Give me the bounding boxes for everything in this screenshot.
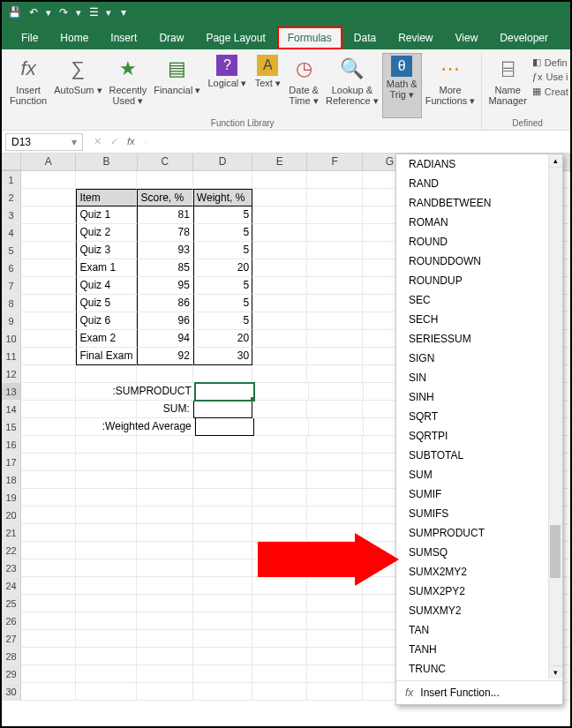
menu-item-trunc[interactable]: TRUNC <box>396 659 562 679</box>
cell-A22[interactable] <box>21 542 76 559</box>
cell-B25[interactable] <box>76 595 137 612</box>
cell-A16[interactable] <box>21 436 76 454</box>
cell-C13[interactable]: SUMPRODUCT: <box>137 383 195 401</box>
cell-F10[interactable] <box>307 330 362 348</box>
undo-icon[interactable]: ↶ <box>26 5 41 19</box>
menu-item-sinh[interactable]: SINH <box>396 387 562 407</box>
cell-C14[interactable]: SUM: <box>137 401 192 418</box>
cell-F30[interactable] <box>307 683 362 701</box>
cell-A19[interactable] <box>21 489 76 507</box>
col-header-B[interactable]: B <box>76 154 137 170</box>
menu-item-seriessum[interactable]: SERIESSUM <box>396 329 562 349</box>
cell-E4[interactable] <box>252 224 307 242</box>
cell-F27[interactable] <box>307 630 362 648</box>
cell-E29[interactable] <box>252 665 307 683</box>
row-header-18[interactable]: 18 <box>2 471 21 489</box>
cell-A6[interactable] <box>21 259 76 277</box>
cell-A27[interactable] <box>21 630 76 648</box>
cell-B21[interactable] <box>76 524 137 542</box>
cell-B29[interactable] <box>76 665 137 683</box>
cell-C29[interactable] <box>137 665 192 683</box>
cell-B30[interactable] <box>76 683 137 701</box>
tab-insert[interactable]: Insert <box>100 26 147 49</box>
cell-D6[interactable]: 20 <box>193 259 252 277</box>
menu-item-rand[interactable]: RAND <box>396 174 562 193</box>
cell-B1[interactable] <box>76 171 137 189</box>
cell-E3[interactable] <box>252 206 307 224</box>
cell-D2[interactable]: Weight, % <box>193 189 252 206</box>
cell-A26[interactable] <box>21 612 76 630</box>
cell-C23[interactable] <box>137 559 192 577</box>
cell-F13[interactable] <box>309 383 364 401</box>
menu-item-roundup[interactable]: ROUNDUP <box>396 271 562 290</box>
tab-page-layout[interactable]: Page Layout <box>195 26 275 49</box>
cell-E8[interactable] <box>252 295 307 312</box>
cell-F3[interactable] <box>307 206 362 224</box>
cell-B23[interactable] <box>76 559 137 577</box>
cell-C27[interactable] <box>137 630 192 648</box>
tab-home[interactable]: Home <box>49 26 99 49</box>
cell-A20[interactable] <box>21 507 76 524</box>
cell-D25[interactable] <box>193 595 252 612</box>
cell-F11[interactable] <box>307 348 362 365</box>
cell-E27[interactable] <box>252 630 307 648</box>
tab-view[interactable]: View <box>445 26 489 49</box>
cell-D8[interactable]: 5 <box>193 295 252 312</box>
cell-E22[interactable] <box>252 542 307 559</box>
cell-C6[interactable]: 85 <box>137 259 192 277</box>
row-header-17[interactable]: 17 <box>2 454 21 471</box>
cell-E9[interactable] <box>252 312 307 330</box>
cell-F20[interactable] <box>307 507 362 524</box>
enter-icon[interactable]: ✓ <box>110 136 118 147</box>
row-header-28[interactable]: 28 <box>2 648 21 665</box>
cell-E7[interactable] <box>252 277 307 295</box>
menu-item-sin[interactable]: SIN <box>396 368 562 387</box>
cell-D4[interactable]: 5 <box>193 224 252 242</box>
menu-item-radians[interactable]: RADIANS <box>396 154 562 174</box>
cell-D27[interactable] <box>193 630 252 648</box>
row-header-10[interactable]: 10 <box>2 330 21 348</box>
menu-item-subtotal[interactable]: SUBTOTAL <box>396 446 562 465</box>
row-header-13[interactable]: 13 <box>2 383 21 401</box>
menu-item-sumifs[interactable]: SUMIFS <box>396 504 562 523</box>
cell-D17[interactable] <box>193 454 252 471</box>
cell-D1[interactable] <box>193 171 252 189</box>
cell-E26[interactable] <box>252 612 307 630</box>
cell-C8[interactable]: 86 <box>137 295 192 312</box>
cell-E16[interactable] <box>252 436 307 454</box>
cell-F8[interactable] <box>307 295 362 312</box>
cell-D5[interactable]: 5 <box>193 242 252 259</box>
row-header-21[interactable]: 21 <box>2 524 21 542</box>
cell-E15[interactable] <box>254 418 309 436</box>
row-header-30[interactable]: 30 <box>2 683 21 701</box>
cell-C7[interactable]: 95 <box>137 277 192 295</box>
cell-D24[interactable] <box>193 577 252 595</box>
cell-E19[interactable] <box>252 489 307 507</box>
cell-E1[interactable] <box>252 171 307 189</box>
tab-developer[interactable]: Developer <box>489 26 559 49</box>
cell-D28[interactable] <box>193 648 252 665</box>
cell-C19[interactable] <box>137 489 192 507</box>
cell-A8[interactable] <box>21 295 76 312</box>
date-time-button[interactable]: ◷ Date & Time ▾ <box>285 53 322 118</box>
cell-F9[interactable] <box>307 312 362 330</box>
cell-F7[interactable] <box>307 277 362 295</box>
financial-button[interactable]: ▤ Financial ▾ <box>150 53 204 118</box>
tab-formulas[interactable]: Formulas <box>277 26 342 49</box>
scroll-thumb[interactable] <box>550 525 561 578</box>
cell-C4[interactable]: 78 <box>137 224 192 242</box>
cell-F18[interactable] <box>307 471 362 489</box>
cell-C1[interactable] <box>137 171 192 189</box>
cancel-icon[interactable]: ✕ <box>94 136 102 147</box>
cell-E10[interactable] <box>252 330 307 348</box>
cell-C26[interactable] <box>137 612 192 630</box>
cell-A2[interactable] <box>21 189 76 206</box>
cell-D7[interactable]: 5 <box>193 277 252 295</box>
cell-B7[interactable]: Quiz 4 <box>76 277 137 295</box>
cell-B28[interactable] <box>76 648 137 665</box>
cell-A30[interactable] <box>21 683 76 701</box>
row-header-12[interactable]: 12 <box>2 365 21 383</box>
col-header-E[interactable]: E <box>252 154 307 170</box>
tab-data[interactable]: Data <box>343 26 387 49</box>
recently-used-button[interactable]: ★ Recently Used ▾ <box>106 53 151 118</box>
